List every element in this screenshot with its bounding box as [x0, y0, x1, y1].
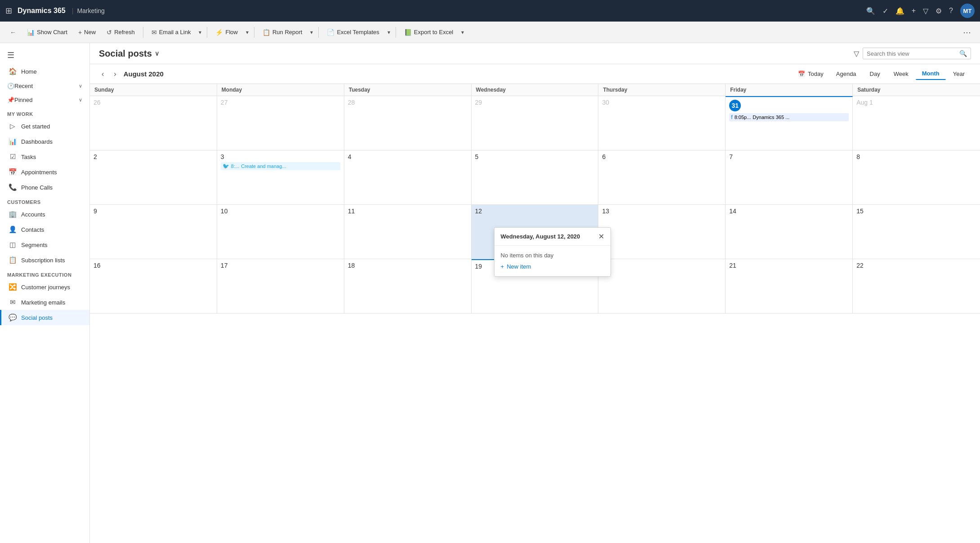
cal-cell-aug4[interactable]: 4 [344, 150, 472, 204]
user-avatar[interactable]: MT [960, 4, 975, 18]
cal-cell-aug2[interactable]: 2 [90, 150, 217, 204]
sidebar-item-segments[interactable]: ◫ Segments [0, 237, 89, 252]
email-link-button[interactable]: ✉ Email a Link [147, 26, 196, 38]
cal-event-time: 8:05p... [735, 115, 751, 120]
sidebar-item-home[interactable]: 🏠 Home [0, 64, 89, 79]
cal-view-day[interactable]: Day [864, 68, 886, 79]
cal-cell-aug5[interactable]: 5 [472, 150, 599, 204]
cal-cell-aug7[interactable]: 7 [726, 150, 853, 204]
day-num: 21 [729, 262, 849, 269]
app-grid-icon[interactable]: ⊞ [5, 6, 12, 16]
cal-event-aug31-fb[interactable]: f 8:05p... Dynamics 365 ... [729, 113, 849, 121]
view-filter-icon[interactable]: ▽ [854, 49, 859, 58]
cal-cell-aug31[interactable]: 31 f 8:05p... Dynamics 365 ... [726, 96, 853, 150]
calendar-grid: Sunday Monday Tuesday Wednesday Thursday… [90, 84, 980, 543]
page-title-chevron[interactable]: ∨ [155, 50, 159, 57]
cal-cell-aug12[interactable]: 12 Wednesday, August 12, 2020 ✕ No items… [472, 205, 599, 259]
sidebar-item-appointments[interactable]: 📅 Appointments [0, 164, 89, 180]
sidebar-item-subscription-lists[interactable]: 📋 Subscription lists [0, 252, 89, 268]
cal-prev-button[interactable]: ‹ [99, 68, 107, 80]
sidebar-item-contacts[interactable]: 👤 Contacts [0, 222, 89, 237]
flow-button[interactable]: ⚡ Flow [211, 26, 242, 38]
bell-icon[interactable]: 🔔 [895, 7, 904, 15]
sidebar-item-tasks[interactable]: ☑ Tasks [0, 149, 89, 164]
cal-cell-jul27[interactable]: 27 [217, 96, 344, 150]
new-button[interactable]: + New [74, 26, 100, 38]
cal-cell-aug11[interactable]: 11 [344, 205, 472, 259]
back-button[interactable]: ← [5, 26, 21, 38]
cal-view-year[interactable]: Year [947, 68, 971, 79]
cal-cell-jul28[interactable]: 28 [344, 96, 472, 150]
content-header-right: ▽ 🔍 [854, 48, 971, 59]
cal-cell-jul26[interactable]: 26 [90, 96, 217, 150]
cal-popup-empty-label: No items on this day [501, 252, 604, 259]
cal-next-button[interactable]: › [111, 68, 119, 80]
sidebar-item-get-started-label: Get started [21, 123, 50, 130]
filter-icon[interactable]: ▽ [923, 7, 928, 15]
sidebar-item-phone-calls[interactable]: 📞 Phone Calls [0, 180, 89, 195]
cal-cell-jul30[interactable]: 30 [598, 96, 726, 150]
run-report-dropdown[interactable]: ▾ [308, 27, 315, 38]
cal-cell-aug13[interactable]: 13 [598, 205, 726, 259]
show-chart-button[interactable]: 📊 Show Chart [22, 26, 72, 38]
export-excel-button[interactable]: 📗 Export to Excel [400, 26, 458, 38]
export-excel-icon: 📗 [404, 29, 412, 36]
cal-cell-aug15[interactable]: 15 [853, 205, 980, 259]
excel-templates-dropdown[interactable]: ▾ [386, 27, 392, 38]
recent-icon: 🕐 [7, 83, 14, 89]
sidebar-toggle[interactable]: ☰ [0, 47, 89, 64]
flow-dropdown[interactable]: ▾ [244, 27, 250, 38]
settings-icon[interactable]: ⚙ [935, 7, 942, 15]
accounts-icon: 🏢 [9, 210, 17, 218]
day-num: 3 [221, 153, 340, 160]
sidebar-item-pinned[interactable]: 📌 Pinned ∨ [0, 93, 89, 107]
cal-cell-aug8[interactable]: 8 [853, 150, 980, 204]
sidebar-item-social-posts[interactable]: 💬 Social posts [0, 310, 89, 325]
run-report-button[interactable]: 📋 Run Report [258, 26, 307, 38]
toolbar-more-button[interactable]: ⋯ [959, 26, 975, 39]
search-magnifier-icon[interactable]: 🔍 [959, 50, 967, 57]
cal-popup-new-item[interactable]: + New item [501, 263, 604, 270]
cal-event-aug3-tw[interactable]: 🐦 8:... Create and manag... [221, 162, 340, 170]
cal-view-month[interactable]: Month [916, 68, 946, 80]
cal-popup-close-button[interactable]: ✕ [598, 232, 604, 241]
check-icon[interactable]: ✓ [882, 7, 888, 15]
sidebar-item-recent[interactable]: 🕐 Recent ∨ [0, 79, 89, 93]
cal-cell-aug22[interactable]: 22 [853, 259, 980, 313]
search-icon[interactable]: 🔍 [866, 7, 875, 15]
cal-cell-aug18[interactable]: 18 [344, 259, 472, 313]
refresh-button[interactable]: ↺ Refresh [102, 26, 139, 38]
sidebar-item-customer-journeys[interactable]: 🔀 Customer journeys [0, 279, 89, 295]
cal-header-wednesday: Wednesday [472, 84, 599, 96]
cal-header-sunday: Sunday [90, 84, 217, 96]
email-link-dropdown[interactable]: ▾ [197, 27, 203, 38]
excel-templates-button[interactable]: 📄 Excel Templates [322, 26, 383, 38]
sidebar-item-marketing-emails[interactable]: ✉ Marketing emails [0, 295, 89, 310]
calendar-toolbar: ‹ › August 2020 📅 Today Agenda Day Week … [90, 64, 980, 84]
cal-cell-aug9[interactable]: 9 [90, 205, 217, 259]
sidebar-item-appointments-label: Appointments [21, 169, 57, 176]
cal-cell-aug17[interactable]: 17 [217, 259, 344, 313]
cal-cell-aug3[interactable]: 3 🐦 8:... Create and manag... [217, 150, 344, 204]
cal-cell-aug6[interactable]: 6 [598, 150, 726, 204]
search-input[interactable] [867, 50, 957, 57]
cal-view-agenda[interactable]: Agenda [830, 68, 863, 79]
day-num: 17 [221, 262, 340, 269]
cal-cell-aug21[interactable]: 21 [726, 259, 853, 313]
sidebar-item-accounts[interactable]: 🏢 Accounts [0, 207, 89, 222]
sidebar-item-marketing-emails-label: Marketing emails [21, 299, 65, 306]
help-icon[interactable]: ? [949, 7, 953, 15]
today-button[interactable]: 📅 Today [793, 68, 829, 79]
plus-icon[interactable]: + [912, 7, 916, 15]
cal-cell-aug1[interactable]: Aug 1 [853, 96, 980, 150]
sidebar-item-dashboards[interactable]: 📊 Dashboards [0, 134, 89, 149]
cal-cell-aug16[interactable]: 16 [90, 259, 217, 313]
sidebar-item-get-started[interactable]: ▷ Get started [0, 119, 89, 134]
export-excel-dropdown[interactable]: ▾ [459, 27, 466, 38]
cal-view-week[interactable]: Week [887, 68, 915, 79]
cal-cell-aug10[interactable]: 10 [217, 205, 344, 259]
cal-cell-aug20[interactable]: 20 [598, 259, 726, 313]
cal-cell-aug14[interactable]: 14 [726, 205, 853, 259]
show-chart-label: Show Chart [37, 29, 67, 35]
cal-cell-jul29[interactable]: 29 [472, 96, 599, 150]
